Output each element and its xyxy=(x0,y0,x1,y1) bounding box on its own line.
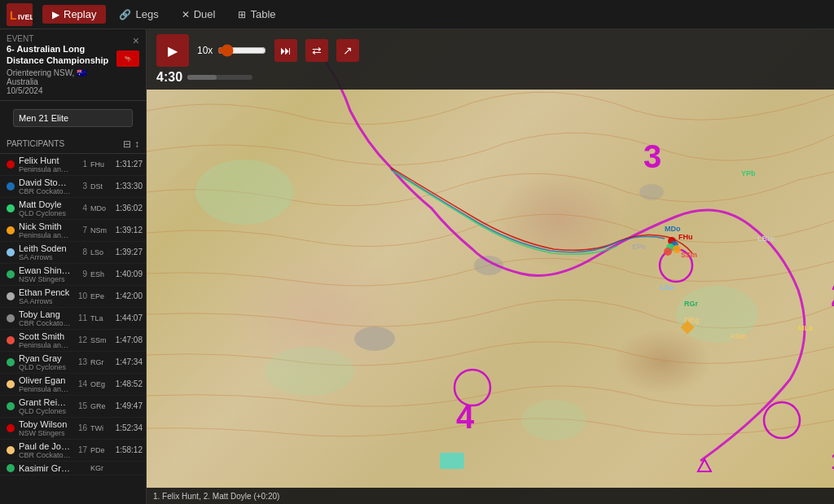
skip-forward-button[interactable]: ⏭ xyxy=(274,39,297,62)
participant-color xyxy=(7,248,15,256)
tab-legs-label: Legs xyxy=(135,8,158,20)
participant-color xyxy=(7,424,15,432)
time-row: 4:30 xyxy=(156,70,824,85)
participant-row[interactable]: Ewan Shingler NSW Stingers 9 ESh 1:40:09 xyxy=(0,264,146,286)
participant-time: 1:39:12 xyxy=(110,226,143,234)
participant-abbr: MDo xyxy=(90,204,110,213)
share-button[interactable]: ⇄ xyxy=(305,39,328,62)
participant-name-block: Oliver Egan Peninsula and ... xyxy=(19,375,71,393)
participant-name: Nick Smith xyxy=(19,221,71,231)
participant-color xyxy=(7,226,15,234)
participant-rank: 11 xyxy=(74,313,87,322)
participant-rank: 10 xyxy=(74,291,87,300)
speed-slider[interactable] xyxy=(217,44,266,57)
participant-abbr: ESh xyxy=(90,270,110,278)
participant-color xyxy=(7,314,15,322)
participant-color xyxy=(7,464,15,472)
tab-replay[interactable]: ▶ Replay xyxy=(42,5,106,24)
participants-label: Participants xyxy=(7,139,64,148)
participant-time: 1:33:30 xyxy=(110,182,143,191)
participant-abbr: RGr xyxy=(90,358,110,366)
participant-name-block: Ethan Penck SA Arrows xyxy=(19,287,71,305)
participant-time: 1:39:27 xyxy=(110,248,143,256)
participant-name: Ethan Penck xyxy=(19,287,71,297)
participant-rank: 8 xyxy=(74,248,87,256)
participant-time: 1:48:52 xyxy=(110,379,143,388)
participant-name: Ewan Shingler xyxy=(19,265,71,275)
participant-name: Felix Hunt xyxy=(19,156,71,165)
top-nav: L IVELOX ▶ Replay 🔗 Legs ✕ Duel ⊞ Table xyxy=(0,0,834,29)
participant-team: QLD Cyclones xyxy=(19,209,71,217)
participant-row[interactable]: Leith Soden SA Arrows 8 LSo 1:39:27 xyxy=(0,242,146,264)
participant-row[interactable]: Oliver Egan Peninsula and ... 14 OEg 1:4… xyxy=(0,374,146,396)
participant-row[interactable]: David Stocks CBR Cockatoos 3 DSt 1:33:30 xyxy=(0,176,146,198)
participants-header: Participants ⊟ ↕ xyxy=(0,135,146,154)
tab-duel[interactable]: ✕ Duel xyxy=(172,5,226,24)
participant-abbr: TWi xyxy=(90,424,110,432)
participant-row[interactable]: Felix Hunt Peninsula and ... 1 FHu 1:31:… xyxy=(0,154,146,176)
table-icon: ⊞ xyxy=(238,9,246,20)
participant-row[interactable]: Scott Smith Peninsula and ... 12 SSm 1:4… xyxy=(0,330,146,352)
participant-name-block: Ewan Shingler NSW Stingers xyxy=(19,265,71,283)
participant-color xyxy=(7,292,15,300)
participant-name-block: Scott Smith Peninsula and ... xyxy=(19,331,71,349)
participant-time: 1:42:00 xyxy=(110,291,143,300)
participant-name: Leith Soden xyxy=(19,243,71,253)
map-area[interactable]: 3 2 4 1 FHu MDo SSm RGr LSo EPe OEg ASm … xyxy=(147,29,834,504)
participant-row[interactable]: Grant Reinbott QLD Cyclones 15 GRe 1:49:… xyxy=(0,396,146,418)
close-event-button[interactable]: × xyxy=(133,34,139,47)
participant-rank: 4 xyxy=(74,204,87,213)
participant-row[interactable]: Nick Smith Peninsula and ... 7 NSm 1:39:… xyxy=(0,220,146,242)
participant-name-block: Ryan Gray QLD Cyclones xyxy=(19,353,71,371)
play-button[interactable]: ▶ xyxy=(156,34,189,67)
tab-table[interactable]: ⊞ Table xyxy=(228,5,285,24)
participant-rank: 17 xyxy=(74,445,87,454)
participant-abbr: KGr xyxy=(90,464,110,472)
participant-row[interactable]: Kasimir Gregory KGr xyxy=(0,462,146,476)
participant-row[interactable]: Ryan Gray QLD Cyclones 13 RGr 1:47:34 xyxy=(0,352,146,374)
replay-controls: ▶ 10x ⏭ ⇄ ↗ 4:30 xyxy=(147,29,834,90)
category-select[interactable]: Men 21 Elite xyxy=(13,109,133,127)
participant-team: QLD Cyclones xyxy=(19,407,71,415)
participant-abbr: NSm xyxy=(90,226,110,234)
tab-duel-label: Duel xyxy=(194,8,216,20)
tab-replay-label: Replay xyxy=(64,8,96,20)
participant-abbr: FHu xyxy=(90,160,110,169)
participant-name: David Stocks xyxy=(19,177,71,187)
participant-name-block: Toby Wilson NSW Stingers xyxy=(19,419,71,437)
participant-abbr: EPe xyxy=(90,292,110,300)
participant-abbr: DSt xyxy=(90,182,110,191)
tab-legs[interactable]: 🔗 Legs xyxy=(109,5,168,24)
external-link-button[interactable]: ↗ xyxy=(336,39,359,62)
participant-row[interactable]: Matt Doyle QLD Cyclones 4 MDo 1:36:02 xyxy=(0,198,146,220)
tab-table-label: Table xyxy=(250,8,275,20)
participant-abbr: OEg xyxy=(90,380,110,388)
participant-row[interactable]: Ethan Penck SA Arrows 10 EPe 1:42:00 xyxy=(0,286,146,308)
participant-name: Oliver Egan xyxy=(19,375,71,385)
speed-label: 10x xyxy=(197,45,213,56)
participant-name: Toby Lang xyxy=(19,309,71,319)
participant-time: 1:44:07 xyxy=(110,313,143,322)
event-sub: Orienteering NSW, 🇦🇺 Australia xyxy=(7,68,116,86)
event-title: 6- Australian Long Distance Championship xyxy=(7,43,116,67)
filter-icon[interactable]: ⊟ xyxy=(123,138,131,150)
participant-time: 1:52:34 xyxy=(110,423,143,432)
participant-abbr: LSo xyxy=(90,248,110,256)
participants-icons: ⊟ ↕ xyxy=(123,138,139,150)
participant-row[interactable]: Toby Lang CBR Cockatoos 11 TLa 1:44:07 xyxy=(0,308,146,330)
time-progress-bar[interactable] xyxy=(187,75,252,80)
participant-row[interactable]: Toby Wilson NSW Stingers 16 TWi 1:52:34 xyxy=(0,418,146,440)
country-flag: 🦘 xyxy=(116,50,139,67)
participant-row[interactable]: Paul de Jongh CBR Cockatoos 17 PDe 1:58:… xyxy=(0,440,146,462)
time-progress-fill xyxy=(187,75,217,80)
participant-abbr: SSm xyxy=(90,336,110,344)
sort-icon[interactable]: ↕ xyxy=(134,138,139,150)
participant-name-block: Kasimir Gregory xyxy=(19,463,71,473)
share-icon: ⇄ xyxy=(312,44,322,57)
participant-time: 1:58:12 xyxy=(110,445,143,454)
participant-team: CBR Cockatoos xyxy=(19,319,71,327)
participant-color xyxy=(7,204,15,213)
skip-forward-icon: ⏭ xyxy=(280,44,292,57)
event-info: Event 6- Australian Long Distance Champi… xyxy=(7,34,116,95)
participant-rank: 13 xyxy=(74,357,87,366)
